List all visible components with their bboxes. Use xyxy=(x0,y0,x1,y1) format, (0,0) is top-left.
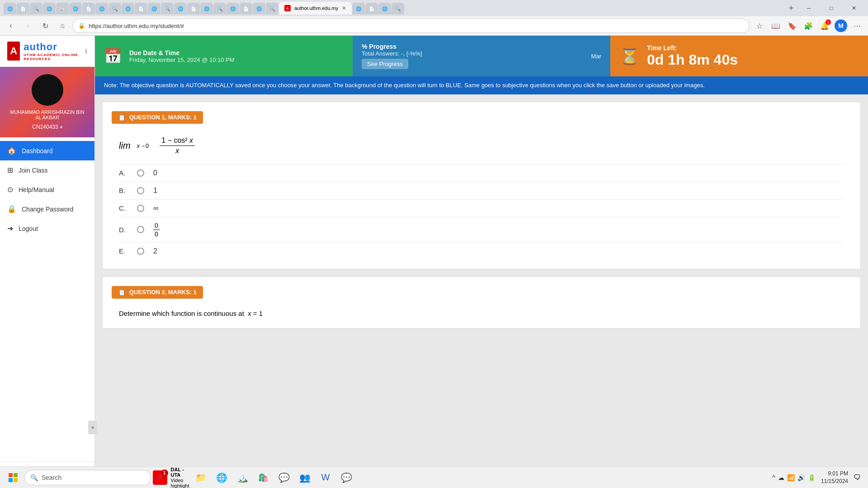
dashboard-icon: 🏠 xyxy=(7,146,16,155)
extensions-icon[interactable]: 🧩 xyxy=(801,19,816,33)
info-icon[interactable]: ℹ xyxy=(85,48,87,55)
due-date-label: Due Date & Time xyxy=(129,49,235,56)
questions-area[interactable]: 📋 QUESTION 1, MARKS: 1 lim x→0 1 − cos² … xyxy=(95,94,868,488)
tray-chevron-icon[interactable]: ^ xyxy=(772,474,775,481)
sidebar-item-change-password[interactable]: 🔒 Change Password xyxy=(0,199,94,219)
active-tab[interactable]: A author.uthm.edu.my ✕ xyxy=(279,2,352,14)
taskbar-edge-icon[interactable]: 🌐 xyxy=(212,468,231,488)
browser-tab[interactable]: 📄 xyxy=(135,3,147,14)
browser-tab[interactable]: 🌐 xyxy=(95,3,108,14)
browser-tab[interactable]: 📄 xyxy=(240,3,252,14)
collections-icon[interactable]: 🔖 xyxy=(785,19,799,33)
browser-tab[interactable]: 📄 xyxy=(17,3,29,14)
user-profile: MUHAMMAD ARRISHRAZIN BIN AL AKBAR CN2404… xyxy=(0,67,94,137)
see-progress-button[interactable]: See Progress xyxy=(362,59,408,69)
favorites-icon[interactable]: ☆ xyxy=(752,19,767,33)
browser-tab[interactable]: 🌐 xyxy=(253,3,265,14)
browser-tab[interactable]: 📄 xyxy=(187,3,200,14)
tray-volume-icon[interactable]: 🔊 xyxy=(797,474,805,481)
tray-notifications-icon[interactable]: 🗨 xyxy=(854,474,861,482)
browser-tab[interactable]: 📄 xyxy=(82,3,95,14)
tabs-container: 🌐 📄 🔍 🌐 📰 🌐 📄 🌐 🔍 🌐 📄 🌐 🔍 🌐 📄 🌐 🔍 🌐 📄 🌐 … xyxy=(4,2,784,14)
settings-icon[interactable]: ⋯ xyxy=(850,19,864,33)
forward-button[interactable]: › xyxy=(21,19,35,33)
browser-tab[interactable]: 🔍 xyxy=(392,3,404,14)
refresh-button[interactable]: ↻ xyxy=(38,19,52,33)
answer-option-c: C. ∞ xyxy=(119,199,844,217)
taskbar: 🔍 Search 1 🎵 DAL - UTA Video highlight 📁… xyxy=(0,466,868,488)
browser-tab[interactable]: 🌐 xyxy=(122,3,134,14)
logo-author: author xyxy=(24,41,80,53)
home-button[interactable]: ⌂ xyxy=(55,19,70,33)
browser-tab[interactable]: 🔍 xyxy=(266,3,278,14)
new-tab-button[interactable]: + xyxy=(785,2,797,14)
taskbar-teams2-icon[interactable]: 👥 xyxy=(295,468,315,488)
sidebar-collapse-button[interactable]: « xyxy=(88,421,97,434)
minimize-button[interactable]: ─ xyxy=(798,2,819,14)
browser-tab[interactable]: 🌐 xyxy=(378,3,391,14)
close-window-button[interactable]: ✕ xyxy=(844,2,864,14)
main-content: 📅 Due Date & Time Friday, November 15, 2… xyxy=(95,36,868,488)
profile-avatar: M xyxy=(835,19,847,32)
tray-battery-icon[interactable]: 🔋 xyxy=(808,474,816,481)
browser-tab[interactable]: 📰 xyxy=(56,3,69,14)
option-a-radio[interactable] xyxy=(137,169,144,177)
browser-tab[interactable]: 🌐 xyxy=(352,3,365,14)
window-controls: ─ □ ✕ xyxy=(798,2,864,14)
tray-time[interactable]: 9:01 PM 11/15/2024 xyxy=(819,470,850,485)
taskbar-microsoft-store-icon[interactable]: 🛍️ xyxy=(253,468,273,488)
taskbar-whatsapp-icon[interactable]: 💬 xyxy=(336,468,356,488)
browser-tab[interactable]: 📄 xyxy=(365,3,378,14)
sidebar-item-dashboard[interactable]: 🏠 Dashboard xyxy=(0,141,94,160)
tray-icons: ^ ☁ 📶 🔊 🔋 xyxy=(772,474,816,481)
browser-tab[interactable]: 🌐 xyxy=(4,3,16,14)
taskbar-wallpaper-icon[interactable]: 🏔️ xyxy=(232,468,252,488)
dal-uta-taskbar-item[interactable]: 1 🎵 DAL - UTA Video highlight xyxy=(153,468,189,488)
taskbar-search[interactable]: 🔍 Search xyxy=(24,470,151,485)
question-2-icon: 📋 xyxy=(118,289,126,296)
account-icon[interactable]: M xyxy=(834,19,848,33)
option-e-letter: E. xyxy=(119,247,128,255)
option-c-radio[interactable] xyxy=(137,205,144,212)
browser-tab[interactable]: 🌐 xyxy=(226,3,239,14)
sidebar-item-logout[interactable]: ➜ Logout xyxy=(0,219,94,238)
notification-icon[interactable]: 🔔 5 xyxy=(817,19,832,33)
browser-tab[interactable]: 🌐 xyxy=(200,3,213,14)
browser-tab[interactable]: 🌐 xyxy=(43,3,56,14)
dal-uta-info: DAL - UTA Video highlight xyxy=(171,467,189,488)
sidebar-item-label: Join Class xyxy=(19,167,48,174)
browser-tab[interactable]: 🔍 xyxy=(161,3,174,14)
option-e-radio[interactable] xyxy=(137,248,144,255)
logo-subtitle: UTHM ACADEMIC ONLINE RESOURCES xyxy=(24,53,80,61)
browser-tab[interactable]: 🔍 xyxy=(213,3,226,14)
stats-banner: 📅 Due Date & Time Friday, November 15, 2… xyxy=(95,36,868,76)
sidebar-item-help[interactable]: ⊙ Help/Manual xyxy=(0,180,94,199)
browser-tab[interactable]: 🌐 xyxy=(174,3,187,14)
windows-logo-icon xyxy=(8,473,18,483)
tray-wifi-icon[interactable]: 📶 xyxy=(787,474,795,481)
address-bar[interactable]: 🔒 https://author.uthm.edu.my/student/# xyxy=(72,19,750,33)
browser-tab[interactable]: 🌐 xyxy=(69,3,82,14)
option-a-letter: A. xyxy=(119,169,128,177)
taskbar-explorer-icon[interactable]: 📁 xyxy=(191,468,211,488)
taskbar-teams-icon[interactable]: 💬 xyxy=(274,468,294,488)
browser-tab[interactable]: 🌐 xyxy=(148,3,160,14)
sidebar-item-join-class[interactable]: ⊞ Join Class xyxy=(0,160,94,180)
help-icon: ⊙ xyxy=(7,185,13,194)
back-button[interactable]: ‹ xyxy=(4,19,18,33)
user-dropdown-arrow[interactable]: ▾ xyxy=(60,125,62,130)
option-d-value: 0 0 xyxy=(153,222,160,238)
join-class-icon: ⊞ xyxy=(7,166,13,174)
start-button[interactable] xyxy=(4,468,23,487)
taskbar-word-icon[interactable]: W xyxy=(316,468,335,488)
maximize-button[interactable]: □ xyxy=(821,2,842,14)
reading-view-icon[interactable]: 📖 xyxy=(769,19,783,33)
question-2-text: Determine which function is continuous a… xyxy=(112,306,851,319)
browser-tab[interactable]: 🔍 xyxy=(30,3,42,14)
tab-close-button[interactable]: ✕ xyxy=(342,5,346,11)
tray-cloud-icon[interactable]: ☁ xyxy=(778,474,784,481)
browser-tab[interactable]: 🔍 xyxy=(108,3,121,14)
option-d-radio[interactable] xyxy=(137,226,144,233)
tray-date: 11/15/2024 xyxy=(821,478,848,485)
option-b-radio[interactable] xyxy=(137,187,144,194)
